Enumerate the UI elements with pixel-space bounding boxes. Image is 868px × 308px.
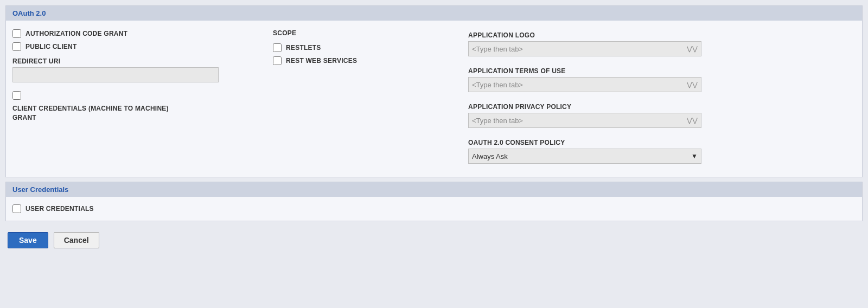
application-logo-value: <Type then tab>: [472, 45, 523, 53]
application-logo-group: APPLICATION LOGO <Type then tab> ⋁⋁: [468, 29, 856, 56]
redirect-uri-group: REDIRECT URI: [12, 55, 273, 82]
user-credentials-section: User Credentials USER CREDENTIALS: [5, 182, 863, 221]
redirect-uri-label: REDIRECT URI: [12, 57, 273, 65]
application-logo-label: APPLICATION LOGO: [468, 31, 856, 39]
application-logo-arrow-icon: ⋁⋁: [687, 45, 698, 53]
application-privacy-label: APPLICATION PRIVACY POLICY: [468, 103, 856, 111]
authorization-code-grant-checkbox[interactable]: [12, 29, 21, 38]
rest-web-services-row: REST WEB SERVICES: [273, 56, 468, 65]
oauth-section-body: AUTHORIZATION CODE GRANT PUBLIC CLIENT R…: [6, 21, 862, 177]
application-terms-label: APPLICATION TERMS OF USE: [468, 67, 856, 75]
client-credentials-label: CLIENT CREDENTIALS (MACHINE TO MACHINE) …: [12, 104, 175, 123]
application-terms-dropdown[interactable]: <Type then tab> ⋁⋁: [468, 77, 701, 92]
oauth-col-2: SCOPE RESTLETS REST WEB SERVICES: [273, 29, 468, 65]
rest-web-services-checkbox[interactable]: [273, 56, 282, 65]
restlets-checkbox[interactable]: [273, 43, 282, 52]
application-terms-arrow-icon: ⋁⋁: [687, 81, 698, 88]
oauth-consent-dropdown[interactable]: Always Ask ▼: [468, 149, 701, 164]
oauth-consent-value: Always Ask: [472, 152, 508, 161]
client-credentials-row: [12, 91, 273, 100]
user-credentials-section-body: USER CREDENTIALS: [6, 197, 862, 221]
application-terms-value: <Type then tab>: [472, 81, 523, 89]
user-credentials-row: USER CREDENTIALS: [12, 204, 94, 213]
oauth-col-3: APPLICATION LOGO <Type then tab> ⋁⋁ APPL…: [468, 29, 856, 168]
user-credentials-label: USER CREDENTIALS: [25, 205, 94, 213]
client-credentials-checkbox[interactable]: [12, 91, 21, 100]
rest-web-services-label: REST WEB SERVICES: [286, 57, 357, 65]
user-credentials-checkbox[interactable]: [12, 204, 21, 213]
save-button[interactable]: Save: [8, 232, 48, 248]
application-privacy-dropdown[interactable]: <Type then tab> ⋁⋁: [468, 113, 701, 128]
buttons-section: Save Cancel: [5, 226, 863, 255]
scope-label: SCOPE: [273, 29, 468, 37]
user-credentials-section-header: User Credentials: [6, 182, 862, 197]
application-privacy-arrow-icon: ⋁⋁: [687, 117, 698, 124]
public-client-row: PUBLIC CLIENT: [12, 42, 273, 51]
oauth-section-header: OAuth 2.0: [6, 6, 862, 21]
oauth-consent-label: OAUTH 2.0 CONSENT POLICY: [468, 139, 856, 146]
authorization-code-grant-label: AUTHORIZATION CODE GRANT: [25, 30, 127, 37]
restlets-row: RESTLETS: [273, 43, 468, 52]
public-client-label: PUBLIC CLIENT: [25, 43, 76, 50]
application-privacy-group: APPLICATION PRIVACY POLICY <Type then ta…: [468, 101, 856, 128]
public-client-checkbox[interactable]: [12, 42, 21, 51]
oauth-section-title: OAuth 2.0: [12, 9, 46, 17]
redirect-uri-input[interactable]: [12, 67, 219, 82]
oauth-consent-arrow-icon: ▼: [691, 152, 698, 160]
user-credentials-section-title: User Credentials: [12, 185, 68, 194]
oauth-consent-group: OAUTH 2.0 CONSENT POLICY Always Ask ▼: [468, 137, 856, 164]
oauth-col-1: AUTHORIZATION CODE GRANT PUBLIC CLIENT R…: [12, 29, 273, 123]
application-privacy-value: <Type then tab>: [472, 117, 523, 125]
authorization-code-grant-row: AUTHORIZATION CODE GRANT: [12, 29, 273, 38]
application-terms-group: APPLICATION TERMS OF USE <Type then tab>…: [468, 65, 856, 92]
oauth-section: OAuth 2.0 AUTHORIZATION CODE GRANT PUBLI…: [5, 5, 863, 177]
cancel-button[interactable]: Cancel: [54, 232, 99, 248]
application-logo-dropdown[interactable]: <Type then tab> ⋁⋁: [468, 41, 701, 56]
restlets-label: RESTLETS: [286, 44, 321, 52]
